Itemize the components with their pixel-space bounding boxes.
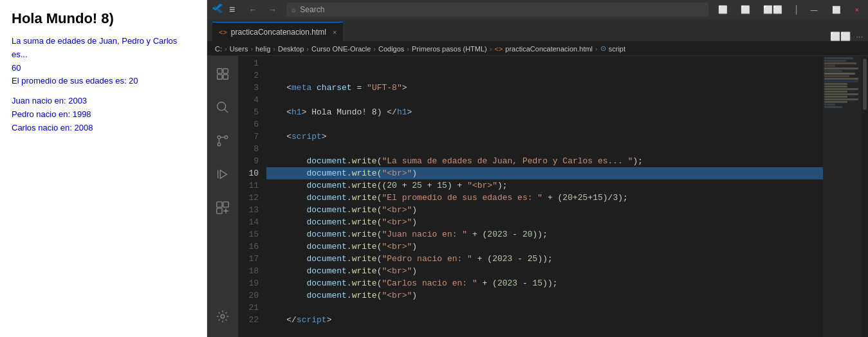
search-bar[interactable]: ⌕ Search xyxy=(286,3,708,17)
tab-file-icon: <> xyxy=(219,28,227,36)
code-line-6 xyxy=(266,118,823,131)
svg-point-14 xyxy=(221,314,225,318)
more-actions-icon[interactable]: ··· xyxy=(856,32,863,41)
tab-close-button[interactable]: × xyxy=(333,28,337,36)
code-line-13: document.write("<br>") xyxy=(266,204,823,216)
svg-rect-12 xyxy=(223,202,228,207)
svg-rect-1 xyxy=(223,69,228,73)
breadcrumb-desktop[interactable]: Desktop xyxy=(278,45,304,53)
activity-bar xyxy=(207,56,238,337)
activity-settings[interactable] xyxy=(207,301,238,332)
breadcrumb-primeros[interactable]: Primeros pasos (HTML) xyxy=(412,45,487,53)
nav-back-button[interactable]: ← xyxy=(245,3,261,16)
layout-btn-3[interactable]: ⬜⬜ xyxy=(760,4,786,15)
code-line-16: document.write("<br>") xyxy=(266,241,823,253)
svg-point-7 xyxy=(225,136,228,139)
line-num-22: 22 xyxy=(238,314,259,326)
minimap xyxy=(823,56,862,337)
editor-area: 1 2 3 4 5 6 7 8 9 10 11 12 13 14 15 16 1… xyxy=(207,56,868,337)
breadcrumb: C: › Users › helig › Desktop › Curso ONE… xyxy=(207,42,868,56)
line-num-3: 3 xyxy=(238,82,259,94)
code-line-9: document.write("La suma de edades de Jua… xyxy=(266,155,823,167)
search-placeholder: Search xyxy=(300,5,324,14)
line-num-15: 15 xyxy=(238,228,259,241)
breadcrumb-users[interactable]: Users xyxy=(230,45,248,53)
activity-search[interactable] xyxy=(207,92,238,123)
line-num-8: 8 xyxy=(238,143,259,155)
breadcrumb-c: C: xyxy=(215,45,222,53)
layout-btn-2[interactable]: ⬜ xyxy=(737,4,753,15)
svg-point-4 xyxy=(217,102,226,111)
output-line-4: Juan nacio en: 2003 xyxy=(12,95,195,108)
vscode-panel: ≡ ← → ⌕ Search ⬜ ⬜ ⬜⬜ | — ⬜ × <> practic… xyxy=(207,0,868,337)
layout-btn-1[interactable]: ⬜ xyxy=(715,4,731,15)
breadcrumb-file-icon: <> xyxy=(494,45,503,53)
code-line-22: </script> xyxy=(266,314,823,326)
titlebar: ≡ ← → ⌕ Search ⬜ ⬜ ⬜⬜ | — ⬜ × xyxy=(207,0,868,19)
code-line-7: <script> xyxy=(266,131,823,143)
code-line-15: document.write("Juan nacio en: " + (2023… xyxy=(266,228,823,241)
code-line-4 xyxy=(266,94,823,106)
tabbar-right: ⬜⬜ ··· xyxy=(830,32,863,41)
svg-rect-11 xyxy=(217,202,222,207)
code-line-17: document.write("Pedro nacio en: " + (202… xyxy=(266,253,823,265)
line-num-14: 14 xyxy=(238,216,259,228)
output-line-3: El promedio de sus edades es: 20 xyxy=(12,75,195,88)
breadcrumb-codigos[interactable]: Codigos xyxy=(378,45,404,53)
svg-line-5 xyxy=(225,109,228,113)
code-line-18: document.write("<br>") xyxy=(266,265,823,277)
split-editor-icon[interactable]: ⬜⬜ xyxy=(830,32,851,41)
scrollbar-thumb[interactable] xyxy=(863,59,867,110)
vscode-icon xyxy=(212,3,223,16)
activity-run[interactable] xyxy=(207,159,238,190)
code-line-12: document.write("El promedio de sus edade… xyxy=(266,192,823,204)
svg-rect-2 xyxy=(217,75,222,79)
line-num-7: 7 xyxy=(238,131,259,143)
line-num-10: 10 xyxy=(238,167,259,179)
breadcrumb-curso[interactable]: Curso ONE-Oracle xyxy=(311,45,371,53)
titlebar-right-controls: ⬜ ⬜ ⬜⬜ | — ⬜ × xyxy=(715,4,863,15)
maximize-button[interactable]: ⬜ xyxy=(828,5,845,15)
line-num-2: 2 xyxy=(238,69,259,82)
line-num-9: 9 xyxy=(238,155,259,167)
svg-rect-13 xyxy=(217,208,222,214)
code-line-1 xyxy=(266,57,823,69)
breadcrumb-scope-icon: ⊙ xyxy=(600,44,606,53)
tab-practicaconcatenacion[interactable]: <> practicaConcatenacion.html × xyxy=(212,22,343,41)
line-num-17: 17 xyxy=(238,253,259,265)
line-num-20: 20 xyxy=(238,289,259,302)
code-editor[interactable]: 1 2 3 4 5 6 7 8 9 10 11 12 13 14 15 16 1… xyxy=(238,56,868,337)
code-line-21 xyxy=(266,302,823,314)
breadcrumb-filename[interactable]: practicaConcatenacion.html xyxy=(505,45,593,53)
line-num-13: 13 xyxy=(238,204,259,216)
code-line-19: document.write("Carlos nacio en: " + (20… xyxy=(266,277,823,289)
line-num-5: 5 xyxy=(238,106,259,118)
browser-title: Hola Mundo! 8) xyxy=(12,10,195,27)
output-line-2: 60 xyxy=(12,62,195,75)
activity-source-control[interactable] xyxy=(207,125,238,156)
search-icon: ⌕ xyxy=(291,6,296,14)
close-button[interactable]: × xyxy=(851,5,863,15)
line-num-21: 21 xyxy=(238,302,259,314)
line-num-1: 1 xyxy=(238,57,259,69)
line-num-6: 6 xyxy=(238,118,259,131)
output-line-5: Pedro nacio en: 1998 xyxy=(12,108,195,122)
navigation-buttons: ← → xyxy=(245,3,280,16)
editor-scrollbar[interactable] xyxy=(862,56,868,337)
breadcrumb-helig[interactable]: helig xyxy=(255,45,270,53)
minimize-button[interactable]: — xyxy=(807,5,822,15)
activity-explorer[interactable] xyxy=(207,59,238,89)
output-line-6: Carlos nacio en: 2008 xyxy=(12,122,195,135)
activity-extensions[interactable] xyxy=(207,192,238,223)
nav-forward-button[interactable]: → xyxy=(264,3,280,16)
svg-rect-0 xyxy=(217,69,222,73)
browser-output-panel: Hola Mundo! 8) La suma de edades de Juan… xyxy=(0,0,207,337)
line-num-11: 11 xyxy=(238,179,259,192)
svg-point-6 xyxy=(217,143,221,146)
code-line-10: document.write("<br>") xyxy=(266,167,823,179)
code-line-11: document.write((20 + 25 + 15) + "<br>"); xyxy=(266,179,823,192)
code-line-20: document.write("<br>") xyxy=(266,289,823,302)
menu-icon[interactable]: ≡ xyxy=(229,4,235,15)
line-num-18: 18 xyxy=(238,265,259,277)
line-num-4: 4 xyxy=(238,94,259,106)
